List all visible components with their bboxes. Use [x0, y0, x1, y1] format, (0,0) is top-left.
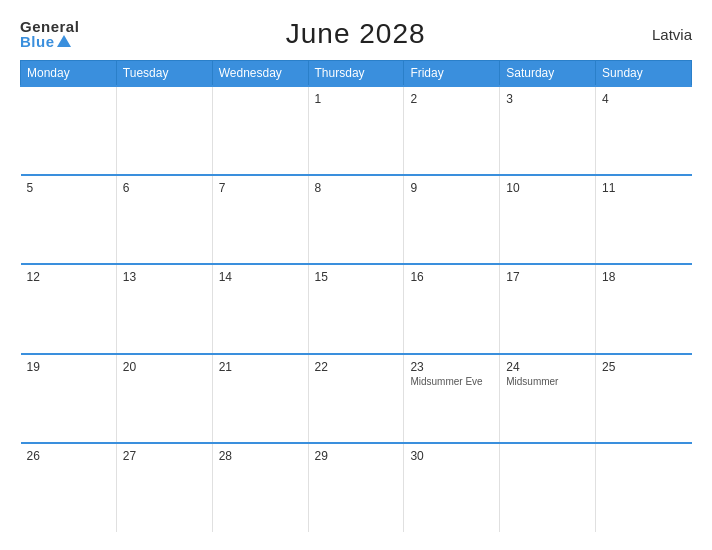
calendar-cell: 3 — [500, 86, 596, 175]
day-number: 9 — [410, 181, 493, 195]
calendar-cell: 7 — [212, 175, 308, 264]
logo: General Blue — [20, 19, 79, 49]
calendar-cell: 5 — [21, 175, 117, 264]
calendar-cell: 26 — [21, 443, 117, 532]
day-number: 14 — [219, 270, 302, 284]
calendar-cell — [212, 86, 308, 175]
calendar-body: 1234567891011121314151617181920212223Mid… — [21, 86, 692, 532]
day-number: 19 — [27, 360, 110, 374]
calendar-cell: 16 — [404, 264, 500, 353]
day-number: 15 — [315, 270, 398, 284]
event-label: Midsummer — [506, 376, 589, 387]
col-saturday: Saturday — [500, 61, 596, 87]
calendar-cell: 8 — [308, 175, 404, 264]
day-number: 25 — [602, 360, 685, 374]
col-thursday: Thursday — [308, 61, 404, 87]
day-number: 5 — [27, 181, 110, 195]
calendar-wrapper: Monday Tuesday Wednesday Thursday Friday… — [20, 60, 692, 532]
calendar-week-row: 567891011 — [21, 175, 692, 264]
calendar-cell: 2 — [404, 86, 500, 175]
calendar-cell: 19 — [21, 354, 117, 443]
logo-blue-text: Blue — [20, 34, 79, 49]
logo-triangle-icon — [57, 35, 71, 47]
calendar-cell: 21 — [212, 354, 308, 443]
calendar-cell — [500, 443, 596, 532]
day-number: 1 — [315, 92, 398, 106]
logo-general-text: General — [20, 19, 79, 34]
calendar-cell: 29 — [308, 443, 404, 532]
calendar-cell: 30 — [404, 443, 500, 532]
calendar-cell: 18 — [596, 264, 692, 353]
col-tuesday: Tuesday — [116, 61, 212, 87]
day-number: 30 — [410, 449, 493, 463]
calendar-cell: 10 — [500, 175, 596, 264]
calendar-cell — [596, 443, 692, 532]
day-number: 29 — [315, 449, 398, 463]
col-friday: Friday — [404, 61, 500, 87]
col-monday: Monday — [21, 61, 117, 87]
calendar-week-row: 1234 — [21, 86, 692, 175]
calendar-cell — [21, 86, 117, 175]
day-number: 12 — [27, 270, 110, 284]
calendar-cell: 1 — [308, 86, 404, 175]
calendar-week-row: 2627282930 — [21, 443, 692, 532]
calendar-week-row: 1920212223Midsummer Eve24Midsummer25 — [21, 354, 692, 443]
calendar-cell: 12 — [21, 264, 117, 353]
day-number: 28 — [219, 449, 302, 463]
calendar-title: June 2028 — [79, 18, 632, 50]
event-label: Midsummer Eve — [410, 376, 493, 387]
day-number: 26 — [27, 449, 110, 463]
col-sunday: Sunday — [596, 61, 692, 87]
calendar-cell: 28 — [212, 443, 308, 532]
day-number: 21 — [219, 360, 302, 374]
day-number: 16 — [410, 270, 493, 284]
calendar-cell: 11 — [596, 175, 692, 264]
day-number: 27 — [123, 449, 206, 463]
calendar-cell: 15 — [308, 264, 404, 353]
day-number: 22 — [315, 360, 398, 374]
day-number: 4 — [602, 92, 685, 106]
calendar-cell: 17 — [500, 264, 596, 353]
day-number: 6 — [123, 181, 206, 195]
calendar-cell: 24Midsummer — [500, 354, 596, 443]
calendar-header: Monday Tuesday Wednesday Thursday Friday… — [21, 61, 692, 87]
day-number: 18 — [602, 270, 685, 284]
country-label: Latvia — [632, 26, 692, 43]
calendar-cell — [116, 86, 212, 175]
calendar-cell: 6 — [116, 175, 212, 264]
calendar-cell: 14 — [212, 264, 308, 353]
calendar-cell: 20 — [116, 354, 212, 443]
day-number: 7 — [219, 181, 302, 195]
calendar-cell: 27 — [116, 443, 212, 532]
calendar-cell: 9 — [404, 175, 500, 264]
header: General Blue June 2028 Latvia — [20, 18, 692, 50]
calendar-cell: 22 — [308, 354, 404, 443]
day-number: 8 — [315, 181, 398, 195]
day-number: 10 — [506, 181, 589, 195]
day-number: 17 — [506, 270, 589, 284]
calendar-week-row: 12131415161718 — [21, 264, 692, 353]
day-number: 2 — [410, 92, 493, 106]
col-wednesday: Wednesday — [212, 61, 308, 87]
day-number: 20 — [123, 360, 206, 374]
day-number: 13 — [123, 270, 206, 284]
page: General Blue June 2028 Latvia Monday Tue… — [0, 0, 712, 550]
calendar-cell: 13 — [116, 264, 212, 353]
day-number: 11 — [602, 181, 685, 195]
calendar-cell: 4 — [596, 86, 692, 175]
calendar-header-row: Monday Tuesday Wednesday Thursday Friday… — [21, 61, 692, 87]
calendar-table: Monday Tuesday Wednesday Thursday Friday… — [20, 60, 692, 532]
calendar-cell: 25 — [596, 354, 692, 443]
calendar-cell: 23Midsummer Eve — [404, 354, 500, 443]
day-number: 24 — [506, 360, 589, 374]
day-number: 3 — [506, 92, 589, 106]
day-number: 23 — [410, 360, 493, 374]
